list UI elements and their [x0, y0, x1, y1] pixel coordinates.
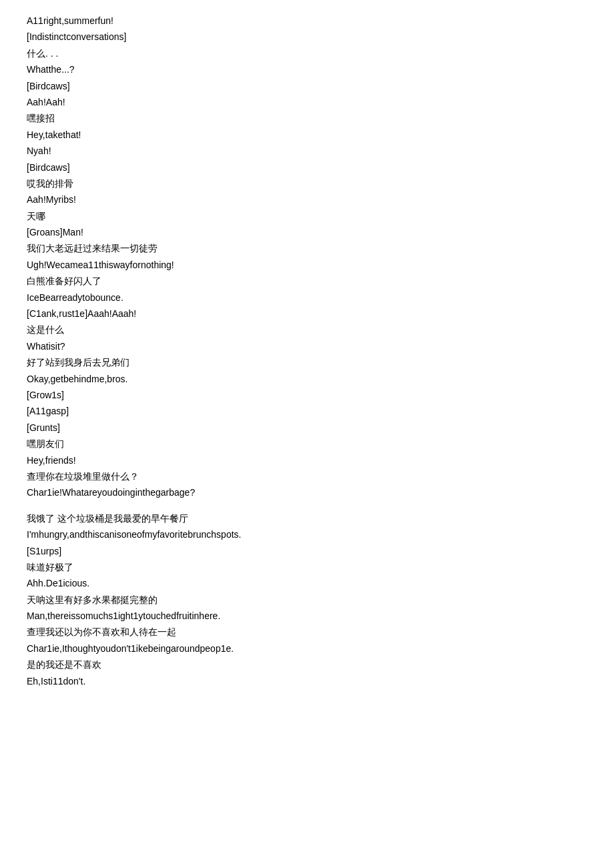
subtitle-line: 天哪 [27, 209, 587, 224]
subtitle-line: 我们大老远赶过来结果一切徒劳 [27, 241, 587, 256]
subtitle-line: [A11gasp] [27, 404, 587, 418]
subtitle-line: 嘿朋友们 [27, 436, 587, 451]
subtitle-line: 味道好极了 [27, 560, 587, 574]
subtitle-line: 是的我还是不喜欢 [27, 657, 587, 672]
subtitle-line: 查理你在垃圾堆里做什么？ [27, 469, 587, 484]
subtitle-line: 这是什么 [27, 322, 587, 337]
subtitle-line: 白熊准备好闪人了 [27, 274, 587, 288]
subtitle-content: A11right,summerfun![Indistinctconversati… [27, 13, 587, 689]
subtitle-line: 什么. . . [27, 46, 587, 61]
subtitle-line: Aah!Myribs! [27, 192, 587, 207]
subtitle-line: 哎我的排骨 [27, 176, 587, 191]
subtitle-line: Whatisit? [27, 339, 587, 354]
subtitle-line: [S1urps] [27, 544, 587, 558]
subtitle-line: A11right,summerfun! [27, 13, 587, 28]
subtitle-line: [C1ank,rust1e]Aaah!Aaah! [27, 306, 587, 321]
subtitle-line: Char1ie,Ithoughtyoudon't1ikebeingaroundp… [27, 641, 587, 656]
subtitle-line: 嘿接招 [27, 111, 587, 125]
subtitle-line: Eh,Isti11don't. [27, 674, 587, 689]
subtitle-line: 好了站到我身后去兄弟们 [27, 355, 587, 370]
subtitle-line: 查理我还以为你不喜欢和人待在一起 [27, 624, 587, 639]
subtitle-line: IceBearreadytobounce. [27, 290, 587, 305]
subtitle-line: I'mhungry,andthiscanisoneofmyfavoritebru… [27, 527, 587, 542]
subtitle-line: Ahh.De1icious. [27, 576, 587, 590]
subtitle-line: Hey,friends! [27, 453, 587, 468]
subtitle-line: Char1ie!Whatareyoudoinginthegarbage? [27, 485, 587, 500]
subtitle-line: [Birdcaws] [27, 79, 587, 93]
subtitle-line: Whatthe...? [27, 62, 587, 77]
subtitle-line: [Birdcaws] [27, 160, 587, 175]
subtitle-line: Ugh!Wecamea11thiswayfornothing! [27, 258, 587, 272]
subtitle-line: Hey,takethat! [27, 127, 587, 142]
subtitle-line: 天呐这里有好多水果都挺完整的 [27, 592, 587, 607]
subtitle-line: Aah!Aah! [27, 95, 587, 109]
subtitle-line: Nyah! [27, 143, 587, 158]
subtitle-line: [Grunts] [27, 420, 587, 435]
subtitle-line: [Grow1s] [27, 388, 587, 402]
subtitle-line: [Indistinctconversations] [27, 29, 587, 44]
subtitle-line: Okay,getbehindme,bros. [27, 372, 587, 386]
subtitle-line: Man,thereissomuchs1ight1ytouchedfruitinh… [27, 608, 587, 623]
subtitle-line: 我饿了 这个垃圾桶是我最爱的早午餐厅 [27, 511, 587, 526]
blank-line [27, 502, 587, 511]
subtitle-line: [Groans]Man! [27, 225, 587, 240]
